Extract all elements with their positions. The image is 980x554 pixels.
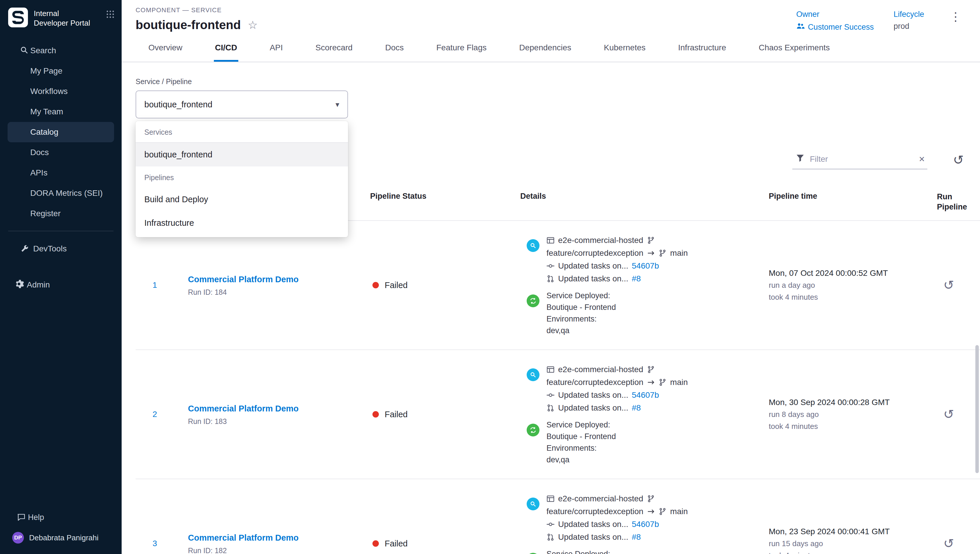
dropdown-option-build-and-deploy[interactable]: Build and Deploy: [135, 188, 348, 211]
commit-id-link[interactable]: 54607b: [632, 520, 659, 529]
arrow-right-icon: [647, 249, 655, 257]
commit-message: Updated tasks on...: [558, 520, 628, 529]
pipeline-name-cell: Commercial Platform Demo Run ID: 184: [174, 274, 370, 296]
pr-id-link[interactable]: #8: [632, 403, 641, 412]
service-pipeline-select[interactable]: boutique_frontend ▾: [135, 91, 348, 118]
repo-icon: [546, 365, 555, 374]
commit-id-link[interactable]: 54607b: [632, 261, 659, 271]
refresh-icon[interactable]: ↺: [953, 154, 964, 166]
user-avatar: DP: [12, 532, 24, 543]
search-icon: [20, 46, 29, 56]
row-index-link[interactable]: 2: [135, 410, 174, 419]
table-row: 3 Commercial Platform Demo Run ID: 182 F…: [135, 479, 980, 554]
filter-input[interactable]: [810, 154, 913, 164]
table-row: 2 Commercial Platform Demo Run ID: 183 F…: [135, 349, 980, 479]
sidebar-item-dora-metrics[interactable]: DORA Metrics (SEI): [0, 183, 122, 204]
pipeline-name-link[interactable]: Commercial Platform Demo: [188, 275, 299, 284]
run-id: Run ID: 184: [188, 288, 370, 296]
sidebar-item-register[interactable]: Register: [0, 204, 122, 224]
target-branch: main: [670, 378, 688, 387]
commit-id-link[interactable]: 54607b: [632, 390, 659, 400]
run-id: Run ID: 183: [188, 417, 370, 426]
environments-value: dev,qa: [546, 454, 616, 466]
commit-icon: [546, 520, 555, 529]
scrollbar-thumb[interactable]: [975, 345, 979, 473]
source-branch: feature/corruptedexception: [546, 248, 643, 258]
commit-message: Updated tasks on...: [558, 390, 628, 400]
ci-stage-icon: [527, 368, 539, 381]
sidebar-item-workflows[interactable]: Workflows: [0, 81, 122, 102]
status-cell: Failed: [370, 539, 520, 548]
tab-feature-flags[interactable]: Feature Flags: [435, 33, 488, 62]
tab-docs[interactable]: Docs: [384, 33, 405, 62]
source-branch: feature/corruptedexception: [546, 378, 643, 387]
tab-chaos-experiments[interactable]: Chaos Experiments: [757, 33, 831, 62]
run-duration: took 4 minutes: [769, 293, 931, 302]
cd-stage-icon: [527, 295, 539, 307]
pipeline-name-link[interactable]: Commercial Platform Demo: [188, 404, 299, 413]
tab-api[interactable]: API: [269, 33, 284, 62]
repo-icon: [546, 236, 555, 244]
sidebar-item-admin[interactable]: Admin: [0, 274, 122, 295]
clear-filter-icon[interactable]: ✕: [919, 155, 925, 164]
source-branch: feature/corruptedexception: [546, 507, 643, 516]
run-ago: run a day ago: [769, 281, 931, 290]
pipeline-name-link[interactable]: Commercial Platform Demo: [188, 533, 299, 542]
row-index-link[interactable]: 1: [135, 280, 174, 290]
sidebar-item-apis[interactable]: APIs: [0, 162, 122, 183]
row-index-link[interactable]: 3: [135, 539, 174, 548]
sidebar-item-docs[interactable]: Docs: [0, 142, 122, 162]
owner-label: Owner: [796, 10, 874, 19]
arrow-right-icon: [647, 378, 655, 387]
table-row: 1 Commercial Platform Demo Run ID: 184 F…: [135, 220, 980, 349]
status-text: Failed: [385, 280, 408, 290]
apps-grid-icon[interactable]: [106, 8, 115, 21]
run-ago: run 15 days ago: [769, 539, 931, 548]
user-profile[interactable]: DP Debabrata Panigrahi: [0, 527, 122, 546]
pr-id-link[interactable]: #8: [632, 532, 641, 542]
sidebar-item-help[interactable]: Help: [0, 508, 122, 527]
tab-dependencies[interactable]: Dependencies: [518, 33, 572, 62]
pull-request-icon: [546, 275, 555, 283]
favorite-star-icon[interactable]: ☆: [248, 19, 258, 30]
sidebar-item-my-page[interactable]: My Page: [0, 61, 122, 81]
lifecycle-label: Lifecycle: [894, 10, 924, 19]
run-date: Mon, 23 Sep 2024 00:00:41 GMT: [769, 527, 931, 536]
rerun-pipeline-icon[interactable]: ↺: [943, 536, 954, 551]
target-branch: main: [670, 507, 688, 516]
dropdown-option-infrastructure[interactable]: Infrastructure: [135, 211, 348, 235]
deploy-service: Boutique - Frontend: [546, 431, 616, 442]
filter-icon: [796, 154, 805, 165]
cd-stage-icon: [527, 423, 539, 436]
run-date: Mon, 07 Oct 2024 00:00:52 GMT: [769, 269, 931, 278]
rerun-pipeline-icon[interactable]: ↺: [943, 407, 954, 421]
rerun-pipeline-icon[interactable]: ↺: [943, 278, 954, 292]
dropdown-option-boutique-frontend[interactable]: boutique_frontend: [135, 143, 348, 166]
owner-value[interactable]: Customer Success: [796, 22, 874, 33]
tab-scorecard[interactable]: Scorecard: [314, 33, 354, 62]
dropdown-group-pipelines: Pipelines: [135, 166, 348, 188]
more-options-icon[interactable]: ⋮: [946, 10, 965, 23]
sidebar-item-catalog[interactable]: Catalog: [8, 122, 114, 142]
select-value: boutique_frontend: [144, 100, 212, 110]
sidebar-item-devtools[interactable]: DevTools: [0, 238, 122, 259]
tab-infrastructure[interactable]: Infrastructure: [677, 33, 727, 62]
gear-icon: [13, 279, 24, 291]
entity-meta: Owner Customer Success Lifecycle prod ⋮: [796, 6, 965, 33]
sidebar-divider: [8, 231, 113, 231]
commit-icon: [546, 262, 555, 270]
git-branch-icon: [647, 365, 655, 374]
sidebar-item-my-team[interactable]: My Team: [0, 102, 122, 122]
tab-cicd[interactable]: CI/CD: [214, 33, 238, 62]
sidebar-item-search[interactable]: Search: [0, 40, 122, 61]
pr-id-link[interactable]: #8: [632, 274, 641, 283]
main-area: COMPONENT — SERVICE boutique-frontend ☆ …: [122, 0, 980, 554]
sidebar-header: Internal Developer Portal: [0, 0, 122, 32]
tab-overview[interactable]: Overview: [147, 33, 184, 62]
col-header-details: Details: [520, 192, 769, 212]
tab-kubernetes[interactable]: Kubernetes: [603, 33, 646, 62]
cicd-content: Service / Pipeline boutique_frontend ▾ S…: [122, 62, 980, 554]
pipeline-time-cell: Mon, 30 Sep 2024 00:00:28 GMT run 8 days…: [769, 398, 931, 431]
ci-stage-icon: [527, 498, 539, 510]
pipeline-name-cell: Commercial Platform Demo Run ID: 183: [174, 403, 370, 426]
